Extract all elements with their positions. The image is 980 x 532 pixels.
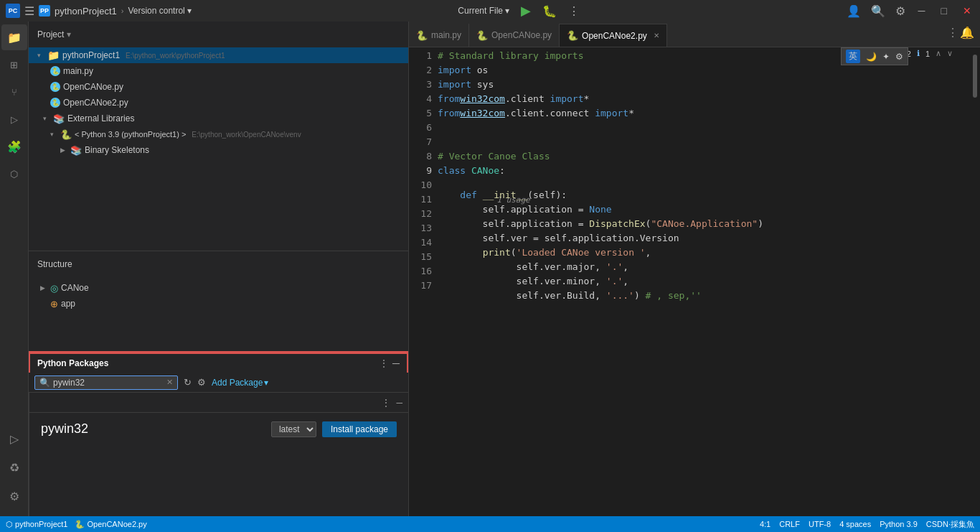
fold-down[interactable]: ∨ [947, 49, 953, 58]
code-area[interactable]: # Standard library imports import os imp… [438, 47, 970, 516]
ime-moon-icon[interactable]: 🌙 [866, 52, 877, 62]
pkg-detail-more[interactable]: ⋮ [382, 398, 390, 408]
activity-search[interactable]: ⊞ [1, 52, 27, 78]
pkg-detail-close[interactable]: ─ [396, 398, 402, 408]
package-search-input[interactable] [53, 378, 164, 388]
packages-more-btn[interactable]: ⋮ [380, 358, 388, 368]
status-encoding[interactable]: UTF-8 [809, 520, 831, 528]
structure-app[interactable]: ⊕ app [29, 296, 408, 312]
root-folder-icon: 📁 [47, 50, 60, 61]
tab-bell-btn[interactable]: 🔔 [960, 26, 974, 39]
info-count: 1 [925, 50, 930, 58]
maximize-btn[interactable]: □ [938, 5, 950, 17]
tree-main-py[interactable]: 🐍 main.py [29, 63, 408, 79]
status-file[interactable]: 🐍 OpenCANoe2.py [75, 520, 146, 529]
tab-icon-oc: 🐍 [476, 30, 488, 41]
bin-icon: 📚 [70, 145, 82, 156]
version-select[interactable]: latest [271, 421, 316, 437]
opencanoe2-label: OpenCANoe2.py [63, 98, 128, 108]
tree-binary-skeletons[interactable]: ▶ 📚 Binary Skeletons [29, 142, 408, 158]
structure-canoe[interactable]: ▶ ◎ CANoe [29, 280, 408, 296]
activity-bar: 📁 ⊞ ⑂ ▷ 🧩 ⬡ ▷ ♻ ⚙ [0, 22, 29, 516]
main-py-label: main.py [63, 66, 93, 76]
python-packages-panel: Python Packages ⋮ ─ 🔍 ✕ ↻ ⚙ Add Package [29, 351, 408, 516]
hamburger-menu[interactable]: ☰ [24, 4, 34, 18]
status-crlf[interactable]: CRLF [779, 520, 800, 528]
tree-external-libs[interactable]: ▾ 📚 External Libraries [29, 111, 408, 126]
tab-main-py[interactable]: 🐍 main.py [409, 24, 469, 47]
code-line-5: from win32com.client.connect import * [438, 106, 970, 121]
tab-opencanoe2-py[interactable]: 🐍 OpenCANoe2.py ✕ [560, 24, 667, 47]
tab-more-btn[interactable]: ⋮ [947, 26, 958, 39]
refresh-btn[interactable]: ↻ [184, 377, 192, 388]
more-btn[interactable]: ⋮ [568, 4, 580, 18]
title-bar: PC ☰ PP pythonProject1 › Version control… [0, 0, 980, 22]
search-icon[interactable]: 🔍 [871, 4, 885, 18]
activity-plugins[interactable]: ⬡ [1, 161, 27, 187]
ime-settings-icon[interactable]: ⚙ [895, 52, 903, 62]
py-badge: 🐍 [50, 66, 60, 76]
status-position[interactable]: 4:1 [760, 520, 771, 528]
fold-up[interactable]: ∧ [936, 49, 941, 58]
pkg-detail-header: ⋮ ─ [29, 393, 408, 413]
packages-collapse-btn[interactable]: ─ [392, 358, 400, 369]
packages-title: Python Packages [37, 358, 108, 368]
debug-btn[interactable]: 🐛 [542, 4, 557, 18]
tab-close-oc2[interactable]: ✕ [654, 32, 659, 39]
bin-label: Binary Skeletons [85, 145, 149, 155]
packages-header: Python Packages ⋮ ─ [29, 353, 408, 373]
packages-header-actions: ⋮ ─ [380, 358, 400, 369]
add-package-btn[interactable]: Add Package ▾ [212, 378, 268, 388]
activity-settings[interactable]: ⚙ [1, 483, 27, 509]
activity-packages[interactable]: 🧩 [1, 134, 27, 159]
activity-debug[interactable]: ▷ [1, 106, 27, 132]
tab-icon-main: 🐍 [416, 30, 428, 41]
tab-opencanoe-py[interactable]: 🐍 OpenCANoe.py [469, 24, 560, 47]
pkg-name-section: pywin32 [41, 421, 88, 437]
user-icon[interactable]: 👤 [847, 4, 861, 18]
tree-opencanoe2-py[interactable]: 🐍 OpenCANoe2.py [29, 95, 408, 111]
status-language[interactable]: Python 3.9 [880, 520, 918, 528]
code-line-15: self.ver.major, '.', [438, 260, 970, 274]
code-line-8: # Vector Canoe Class [438, 149, 970, 164]
tab-label-oc2: OpenCANoe2.py [582, 31, 647, 41]
title-bar-left: PC ☰ PP pythonProject1 › Version control… [6, 4, 192, 18]
settings-pkg-btn[interactable]: ⚙ [197, 377, 206, 388]
py39-arrow: ▾ [50, 131, 57, 138]
pkg-detail-name: pywin32 [41, 421, 88, 436]
activity-run[interactable]: ▷ [1, 426, 27, 452]
tree-root[interactable]: ▾ 📁 pythonProject1 E:\python_work\python… [29, 47, 408, 63]
line-numbers: 12345 6789 1011121314 151617 [409, 47, 438, 516]
activity-bottom: ▷ ♻ ⚙ [1, 426, 27, 510]
ime-star-icon[interactable]: ✦ [882, 52, 890, 62]
tree-opencanoe-py[interactable]: 🐍 OpenCANoe.py [29, 79, 408, 95]
run-mode-btn[interactable]: Current File ▾ [458, 6, 509, 16]
editor-scrollbar[interactable] [970, 47, 980, 516]
code-line-11: self.application = None [438, 202, 970, 217]
install-package-btn[interactable]: Install package [322, 421, 397, 437]
code-line-12: self.application = DispatchEx("CANoe.App… [438, 217, 970, 231]
settings-icon[interactable]: ⚙ [895, 4, 905, 18]
code-line-4: from win32com.client import * [438, 92, 970, 106]
structure-panel: Structure ▶ ◎ CANoe ⊕ app [29, 251, 408, 351]
packages-main: ▾ Installed (0 found) ▾ PyPI (5 found) p… [29, 393, 408, 516]
tree-python39[interactable]: ▾ 🐍 < Python 3.9 (pythonProject1) > E:\p… [29, 126, 408, 142]
project-tree: ▾ 📁 pythonProject1 E:\python_work\python… [29, 47, 408, 251]
project-dropdown[interactable]: ▾ [67, 29, 71, 39]
tab-icon-oc2: 🐍 [567, 30, 578, 41]
close-btn[interactable]: ✕ [960, 5, 974, 17]
activity-tools[interactable]: ♻ [1, 454, 27, 480]
version-control-btn[interactable]: Version control ▾ [128, 6, 191, 16]
run-btn[interactable]: ▶ [521, 3, 531, 19]
title-bar-center: Current File ▾ ▶ 🐛 ⋮ [458, 3, 580, 19]
status-project[interactable]: ⬡ pythonProject1 [6, 520, 67, 529]
ime-lang-icon[interactable]: 英 [846, 50, 860, 63]
minimize-btn[interactable]: ─ [915, 5, 928, 17]
activity-files[interactable]: 📁 [1, 24, 27, 50]
activity-git[interactable]: ⑂ [1, 79, 27, 105]
tab-bar: 🐍 main.py 🐍 OpenCANoe.py 🐍 OpenCANoe2.py… [409, 22, 980, 47]
search-clear-btn[interactable]: ✕ [166, 378, 173, 387]
project-title[interactable]: pythonProject1 [55, 6, 117, 17]
scrollbar-thumb[interactable] [973, 55, 977, 98]
status-indent[interactable]: 4 spaces [839, 520, 871, 528]
